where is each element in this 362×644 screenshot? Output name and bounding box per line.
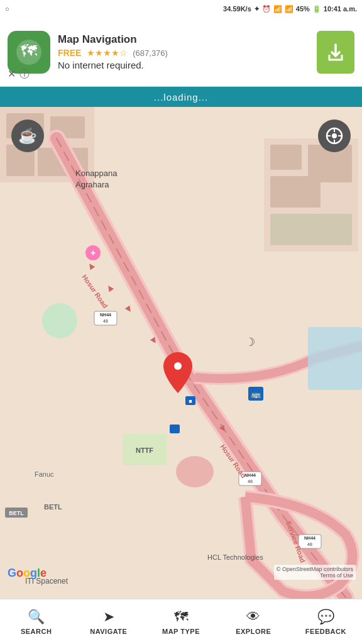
svg-rect-42 — [270, 214, 352, 245]
terms-text: Terms of Use — [320, 572, 353, 579]
svg-text:Agrahara: Agrahara — [75, 180, 109, 189]
coffee-icon: ☕ — [18, 127, 37, 145]
ad-title: Map Navigation — [58, 33, 310, 46]
search-label: SEARCH — [21, 628, 52, 635]
svg-text:BETL: BETL — [9, 510, 24, 516]
status-left: ○ — [5, 5, 9, 13]
nav-navigate[interactable]: ➤ NAVIGATE — [72, 609, 145, 635]
svg-rect-39 — [270, 145, 302, 170]
google-o2: o — [23, 567, 30, 579]
svg-point-10 — [176, 456, 214, 487]
status-right: 34.59K/s ✦ ⏰ 📶 📶 45% 🔋 10:41 a.m. — [223, 5, 357, 13]
feedback-icon: 💬 — [317, 609, 334, 625]
nav-explore[interactable]: 👁 EXPLORE — [217, 609, 290, 635]
ad-meta: FREE ★★★★☆ (687,376) — [58, 47, 310, 58]
app-icon-svg: 🗺 — [15, 38, 43, 66]
nav-map-type[interactable]: 🗺 MAP TYPE — [145, 609, 217, 635]
explore-icon: 👁 — [246, 609, 260, 625]
google-e: e — [40, 567, 47, 579]
google-o1: o — [16, 567, 23, 579]
svg-text:48: 48 — [307, 542, 312, 547]
ad-subtitle: No internet required. — [58, 60, 310, 70]
svg-text:Konappana: Konappana — [75, 169, 118, 178]
close-icon[interactable]: ✕ — [8, 68, 16, 81]
google-g2: g — [30, 567, 37, 579]
search-icon: 🔍 — [28, 609, 45, 625]
map-type-icon: 🗺 — [174, 609, 188, 625]
loading-bar: ...loading... — [0, 87, 362, 107]
time-display: 10:41 a.m. — [324, 5, 357, 13]
svg-text:NTTF: NTTF — [136, 447, 153, 454]
ad-content: Map Navigation FREE ★★★★☆ (687,376) No i… — [58, 33, 310, 70]
svg-rect-43 — [308, 327, 362, 390]
explore-label: EXPLORE — [236, 628, 271, 635]
google-logo: Google — [8, 567, 47, 580]
svg-text:48: 48 — [248, 479, 253, 484]
svg-point-54 — [174, 362, 182, 370]
google-g: G — [8, 567, 16, 579]
info-icon[interactable]: ⓘ — [19, 68, 30, 81]
svg-rect-41 — [270, 176, 321, 208]
osm-text: © OpenStreetMap contributors — [277, 566, 353, 572]
download-button[interactable] — [317, 31, 354, 74]
wifi-icon: 📶 — [273, 5, 282, 13]
svg-point-56 — [332, 133, 337, 138]
ad-free-label: FREE — [58, 48, 81, 58]
battery-icon: 🔋 — [312, 5, 321, 13]
locate-icon — [326, 127, 343, 145]
status-bar: ○ 34.59K/s ✦ ⏰ 📶 📶 45% 🔋 10:41 a.m. — [0, 0, 362, 18]
svg-text:48: 48 — [103, 319, 108, 323]
ad-banner: 🗺 Map Navigation FREE ★★★★☆ (687,376) No… — [0, 18, 362, 87]
osm-credits: © OpenStreetMap contributors Terms of Us… — [274, 565, 356, 580]
bottom-nav: 🔍 SEARCH ➤ NAVIGATE 🗺 MAP TYPE 👁 EXPLORE… — [0, 599, 362, 644]
alarm-icon: ⏰ — [262, 5, 271, 13]
ad-reviews: (687,376) — [133, 48, 168, 58]
nav-search[interactable]: 🔍 SEARCH — [0, 609, 72, 635]
svg-text:HCL Technologies: HCL Technologies — [207, 553, 263, 561]
svg-point-9 — [42, 303, 77, 338]
map-area[interactable]: NH44 48 NH44 48 NH44 48 Hosur Road Hosur… — [0, 107, 362, 599]
battery-level: 45% — [296, 5, 310, 13]
coffee-button[interactable]: ☕ — [11, 119, 44, 152]
loading-text: ...loading... — [154, 92, 208, 103]
svg-text:🗺: 🗺 — [21, 42, 37, 60]
download-icon — [326, 42, 346, 62]
svg-text:☽: ☽ — [245, 336, 255, 348]
svg-text:■: ■ — [189, 398, 192, 404]
map-svg: NH44 48 NH44 48 NH44 48 Hosur Road Hosur… — [0, 107, 362, 599]
svg-text:🚌: 🚌 — [251, 389, 261, 399]
feedback-label: FEEDBACK — [305, 628, 346, 635]
nav-feedback[interactable]: 💬 FEEDBACK — [290, 609, 362, 635]
circle-icon: ○ — [5, 5, 9, 13]
navigate-label: NAVIGATE — [90, 628, 127, 635]
map-type-label: MAP TYPE — [162, 628, 200, 635]
svg-text:+: + — [90, 248, 96, 258]
svg-text:NH44: NH44 — [100, 313, 111, 317]
bluetooth-icon: ✦ — [254, 5, 260, 13]
locate-button[interactable] — [318, 119, 351, 152]
svg-text:Fanuc: Fanuc — [35, 470, 54, 478]
speed-indicator: 34.59K/s — [223, 5, 251, 13]
svg-text:NH44: NH44 — [304, 536, 315, 540]
svg-text:BETL: BETL — [44, 503, 62, 511]
ad-stars: ★★★★☆ — [87, 48, 128, 58]
svg-rect-29 — [170, 425, 180, 433]
ad-close-area: ✕ ⓘ — [8, 68, 30, 81]
signal-icon: 📶 — [285, 5, 293, 13]
navigate-icon: ➤ — [103, 609, 114, 625]
app-icon: 🗺 — [8, 31, 50, 74]
